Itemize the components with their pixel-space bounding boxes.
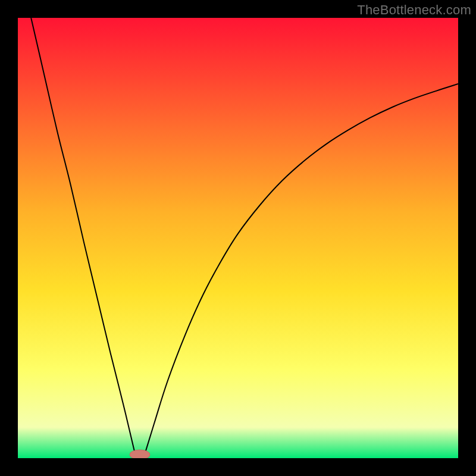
min-marker [130,450,150,458]
chart-plot [18,18,458,458]
chart-background [18,18,458,458]
watermark: TheBottleneck.com [357,2,471,18]
chart-svg [18,18,458,458]
